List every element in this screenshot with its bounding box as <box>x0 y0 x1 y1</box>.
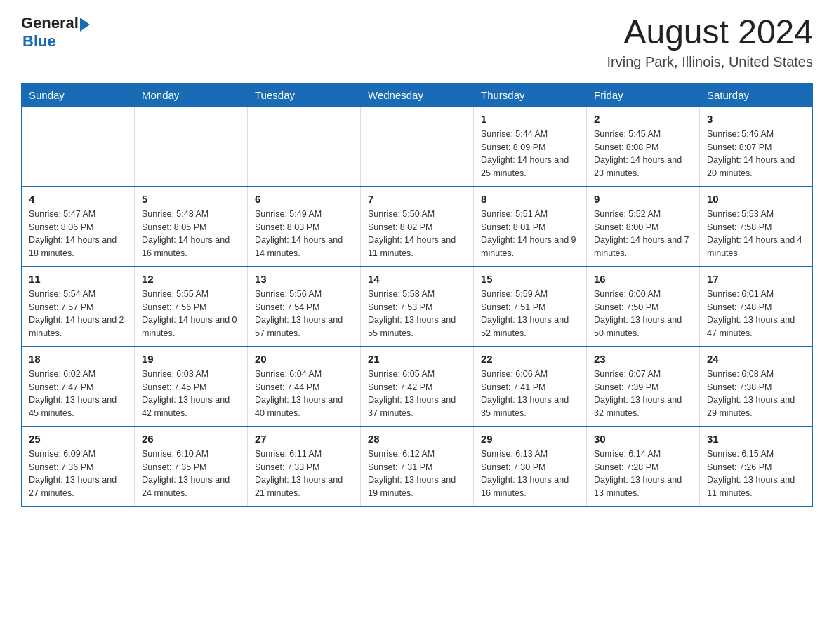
calendar-cell: 13Sunrise: 5:56 AM Sunset: 7:54 PM Dayli… <box>248 267 361 347</box>
title-section: August 2024 Irving Park, Illinois, Unite… <box>607 14 813 70</box>
day-info: Sunrise: 6:14 AM Sunset: 7:28 PM Dayligh… <box>594 448 692 500</box>
calendar-cell: 15Sunrise: 5:59 AM Sunset: 7:51 PM Dayli… <box>474 267 587 347</box>
day-number: 23 <box>594 353 692 365</box>
logo-arrow-icon <box>80 18 90 32</box>
day-info: Sunrise: 6:01 AM Sunset: 7:48 PM Dayligh… <box>707 288 805 340</box>
day-number: 31 <box>707 433 805 445</box>
day-info: Sunrise: 6:10 AM Sunset: 7:35 PM Dayligh… <box>142 448 240 500</box>
day-info: Sunrise: 6:15 AM Sunset: 7:26 PM Dayligh… <box>707 448 805 500</box>
day-number: 24 <box>707 353 805 365</box>
day-number: 11 <box>29 273 127 285</box>
day-info: Sunrise: 6:13 AM Sunset: 7:30 PM Dayligh… <box>481 448 579 500</box>
day-header-thursday: Thursday <box>474 83 587 107</box>
calendar-cell: 1Sunrise: 5:44 AM Sunset: 8:09 PM Daylig… <box>474 107 587 187</box>
day-number: 13 <box>255 273 353 285</box>
day-number: 4 <box>29 193 127 205</box>
day-number: 12 <box>142 273 240 285</box>
calendar-cell: 24Sunrise: 6:08 AM Sunset: 7:38 PM Dayli… <box>700 347 813 427</box>
calendar-cell <box>248 107 361 187</box>
day-header-wednesday: Wednesday <box>361 83 474 107</box>
calendar-cell: 7Sunrise: 5:50 AM Sunset: 8:02 PM Daylig… <box>361 187 474 267</box>
day-info: Sunrise: 5:45 AM Sunset: 8:08 PM Dayligh… <box>594 128 692 180</box>
day-number: 6 <box>255 193 353 205</box>
calendar-cell: 19Sunrise: 6:03 AM Sunset: 7:45 PM Dayli… <box>135 347 248 427</box>
month-title: August 2024 <box>607 14 813 51</box>
day-number: 3 <box>707 113 805 125</box>
calendar-cell: 30Sunrise: 6:14 AM Sunset: 7:28 PM Dayli… <box>587 427 700 507</box>
day-info: Sunrise: 5:55 AM Sunset: 7:56 PM Dayligh… <box>142 288 240 340</box>
location-title: Irving Park, Illinois, United States <box>607 54 813 70</box>
day-info: Sunrise: 6:00 AM Sunset: 7:50 PM Dayligh… <box>594 288 692 340</box>
day-number: 8 <box>481 193 579 205</box>
page-header: General Blue August 2024 Irving Park, Il… <box>21 14 813 70</box>
calendar-week-row: 11Sunrise: 5:54 AM Sunset: 7:57 PM Dayli… <box>22 267 813 347</box>
calendar-week-row: 4Sunrise: 5:47 AM Sunset: 8:06 PM Daylig… <box>22 187 813 267</box>
day-number: 5 <box>142 193 240 205</box>
day-number: 19 <box>142 353 240 365</box>
calendar-cell: 26Sunrise: 6:10 AM Sunset: 7:35 PM Dayli… <box>135 427 248 507</box>
day-header-tuesday: Tuesday <box>248 83 361 107</box>
calendar-cell: 23Sunrise: 6:07 AM Sunset: 7:39 PM Dayli… <box>587 347 700 427</box>
calendar-cell <box>135 107 248 187</box>
day-info: Sunrise: 6:02 AM Sunset: 7:47 PM Dayligh… <box>29 368 127 420</box>
day-info: Sunrise: 6:11 AM Sunset: 7:33 PM Dayligh… <box>255 448 353 500</box>
day-info: Sunrise: 6:06 AM Sunset: 7:41 PM Dayligh… <box>481 368 579 420</box>
day-info: Sunrise: 5:48 AM Sunset: 8:05 PM Dayligh… <box>142 208 240 260</box>
logo: General Blue <box>21 14 90 51</box>
day-number: 28 <box>368 433 466 445</box>
calendar-cell: 25Sunrise: 6:09 AM Sunset: 7:36 PM Dayli… <box>22 427 135 507</box>
calendar-cell: 10Sunrise: 5:53 AM Sunset: 7:58 PM Dayli… <box>700 187 813 267</box>
calendar-cell: 22Sunrise: 6:06 AM Sunset: 7:41 PM Dayli… <box>474 347 587 427</box>
day-number: 29 <box>481 433 579 445</box>
day-info: Sunrise: 6:03 AM Sunset: 7:45 PM Dayligh… <box>142 368 240 420</box>
calendar-cell: 21Sunrise: 6:05 AM Sunset: 7:42 PM Dayli… <box>361 347 474 427</box>
day-number: 27 <box>255 433 353 445</box>
day-info: Sunrise: 6:04 AM Sunset: 7:44 PM Dayligh… <box>255 368 353 420</box>
day-number: 16 <box>594 273 692 285</box>
calendar-cell: 9Sunrise: 5:52 AM Sunset: 8:00 PM Daylig… <box>587 187 700 267</box>
calendar-cell: 17Sunrise: 6:01 AM Sunset: 7:48 PM Dayli… <box>700 267 813 347</box>
logo-general: General <box>21 14 79 32</box>
day-info: Sunrise: 6:08 AM Sunset: 7:38 PM Dayligh… <box>707 368 805 420</box>
day-info: Sunrise: 5:54 AM Sunset: 7:57 PM Dayligh… <box>29 288 127 340</box>
day-info: Sunrise: 5:58 AM Sunset: 7:53 PM Dayligh… <box>368 288 466 340</box>
calendar-cell: 5Sunrise: 5:48 AM Sunset: 8:05 PM Daylig… <box>135 187 248 267</box>
day-number: 20 <box>255 353 353 365</box>
calendar-cell: 27Sunrise: 6:11 AM Sunset: 7:33 PM Dayli… <box>248 427 361 507</box>
day-number: 25 <box>29 433 127 445</box>
day-number: 30 <box>594 433 692 445</box>
calendar-cell: 18Sunrise: 6:02 AM Sunset: 7:47 PM Dayli… <box>22 347 135 427</box>
calendar-header-row: SundayMondayTuesdayWednesdayThursdayFrid… <box>22 83 813 107</box>
day-info: Sunrise: 5:59 AM Sunset: 7:51 PM Dayligh… <box>481 288 579 340</box>
day-info: Sunrise: 5:49 AM Sunset: 8:03 PM Dayligh… <box>255 208 353 260</box>
calendar-cell: 11Sunrise: 5:54 AM Sunset: 7:57 PM Dayli… <box>22 267 135 347</box>
calendar-cell: 8Sunrise: 5:51 AM Sunset: 8:01 PM Daylig… <box>474 187 587 267</box>
day-header-monday: Monday <box>135 83 248 107</box>
day-info: Sunrise: 6:07 AM Sunset: 7:39 PM Dayligh… <box>594 368 692 420</box>
calendar-cell: 31Sunrise: 6:15 AM Sunset: 7:26 PM Dayli… <box>700 427 813 507</box>
day-number: 18 <box>29 353 127 365</box>
day-info: Sunrise: 5:53 AM Sunset: 7:58 PM Dayligh… <box>707 208 805 260</box>
day-number: 21 <box>368 353 466 365</box>
calendar-cell: 29Sunrise: 6:13 AM Sunset: 7:30 PM Dayli… <box>474 427 587 507</box>
day-info: Sunrise: 5:51 AM Sunset: 8:01 PM Dayligh… <box>481 208 579 260</box>
calendar-cell: 16Sunrise: 6:00 AM Sunset: 7:50 PM Dayli… <box>587 267 700 347</box>
calendar-cell: 28Sunrise: 6:12 AM Sunset: 7:31 PM Dayli… <box>361 427 474 507</box>
day-number: 22 <box>481 353 579 365</box>
day-header-friday: Friday <box>587 83 700 107</box>
calendar-cell: 6Sunrise: 5:49 AM Sunset: 8:03 PM Daylig… <box>248 187 361 267</box>
day-info: Sunrise: 6:09 AM Sunset: 7:36 PM Dayligh… <box>29 448 127 500</box>
calendar-cell <box>22 107 135 187</box>
day-info: Sunrise: 5:52 AM Sunset: 8:00 PM Dayligh… <box>594 208 692 260</box>
day-header-saturday: Saturday <box>700 83 813 107</box>
calendar-cell: 4Sunrise: 5:47 AM Sunset: 8:06 PM Daylig… <box>22 187 135 267</box>
day-number: 26 <box>142 433 240 445</box>
calendar-cell <box>361 107 474 187</box>
day-info: Sunrise: 5:47 AM Sunset: 8:06 PM Dayligh… <box>29 208 127 260</box>
calendar-week-row: 18Sunrise: 6:02 AM Sunset: 7:47 PM Dayli… <box>22 347 813 427</box>
day-info: Sunrise: 5:44 AM Sunset: 8:09 PM Dayligh… <box>481 128 579 180</box>
day-number: 7 <box>368 193 466 205</box>
calendar-week-row: 25Sunrise: 6:09 AM Sunset: 7:36 PM Dayli… <box>22 427 813 507</box>
calendar-table: SundayMondayTuesdayWednesdayThursdayFrid… <box>21 83 813 507</box>
day-number: 14 <box>368 273 466 285</box>
